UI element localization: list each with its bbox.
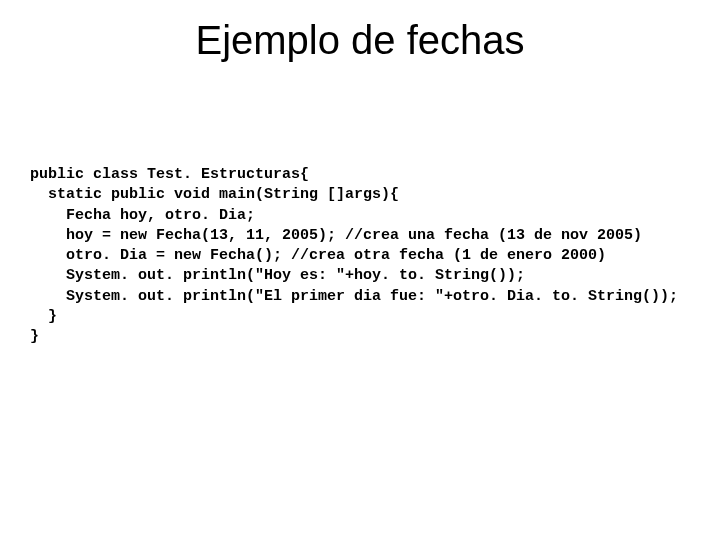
code-line: } (30, 328, 39, 345)
slide: Ejemplo de fechas public class Test. Est… (0, 0, 720, 540)
code-line: hoy = new Fecha(13, 11, 2005); //crea un… (30, 227, 642, 244)
code-block: public class Test. Estructuras{ static p… (30, 165, 678, 347)
code-line: } (30, 308, 57, 325)
slide-title: Ejemplo de fechas (0, 18, 720, 63)
code-line: System. out. println("El primer dia fue:… (30, 288, 678, 305)
code-line: Fecha hoy, otro. Dia; (30, 207, 255, 224)
code-line: System. out. println("Hoy es: "+hoy. to.… (30, 267, 525, 284)
code-line: public class Test. Estructuras{ (30, 166, 309, 183)
code-line: otro. Dia = new Fecha(); //crea otra fec… (30, 247, 606, 264)
code-line: static public void main(String []args){ (30, 186, 399, 203)
